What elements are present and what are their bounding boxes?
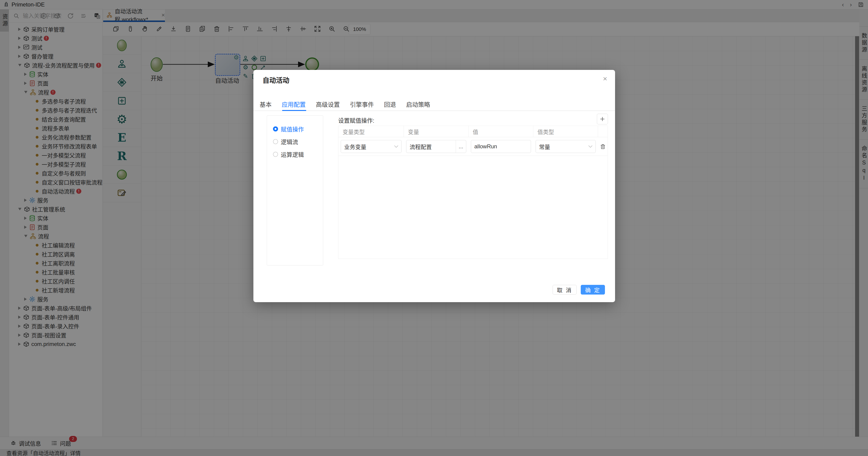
table-header: 值 xyxy=(469,126,533,137)
delete-row-icon[interactable] xyxy=(600,143,606,149)
dialog-tab[interactable]: 高级设置 xyxy=(316,100,340,108)
table-header xyxy=(598,126,608,137)
dialog-close-icon[interactable]: × xyxy=(603,75,607,82)
variable-input[interactable]: ... xyxy=(406,140,466,153)
auto-activity-dialog: 自动活动 × 基本应用配置高级设置引擎事件回退启动策略 赋值操作逻辑流运算逻辑 … xyxy=(253,70,615,302)
operation-option-label: 赋值操作 xyxy=(281,125,304,133)
operation-type-panel: 赋值操作逻辑流运算逻辑 xyxy=(267,115,323,265)
value-type-select[interactable] xyxy=(535,140,596,153)
dialog-title: 自动活动 xyxy=(262,75,289,85)
cancel-button[interactable]: 取 消 xyxy=(553,285,577,294)
dialog-tabs: 基本应用配置高级设置引擎事件回退启动策略 xyxy=(259,100,430,108)
operation-option[interactable]: 运算逻辑 xyxy=(273,148,323,161)
add-row-button[interactable] xyxy=(597,114,608,124)
section-label: 设置赋值操作: xyxy=(338,116,374,124)
radio-icon[interactable] xyxy=(273,139,278,144)
dialog-tab[interactable]: 应用配置 xyxy=(282,100,306,108)
radio-icon[interactable] xyxy=(273,126,278,132)
table-header: 变量 xyxy=(404,126,469,137)
value-input[interactable] xyxy=(471,140,531,153)
table-header: 变量类型 xyxy=(338,126,404,137)
ok-button[interactable]: 确 定 xyxy=(581,285,605,294)
dialog-tab-ink xyxy=(282,110,306,111)
operation-option[interactable]: 赋值操作 xyxy=(273,122,323,135)
dialog-tab-track xyxy=(253,111,615,111)
radio-icon[interactable] xyxy=(273,152,278,157)
table-row: ... xyxy=(338,137,608,156)
assignment-table: 变量类型变量值值类型... xyxy=(338,126,608,259)
dialog-tab[interactable]: 回退 xyxy=(384,100,396,108)
operation-option-label: 运算逻辑 xyxy=(281,150,304,159)
table-header: 值类型 xyxy=(533,126,598,137)
var-type-select[interactable] xyxy=(341,140,402,153)
dialog-tab[interactable]: 启动策略 xyxy=(406,100,430,108)
variable-picker-button[interactable]: ... xyxy=(456,140,466,153)
operation-option[interactable]: 逻辑流 xyxy=(273,135,323,148)
dialog-tab[interactable]: 引擎事件 xyxy=(350,100,374,108)
dialog-tab[interactable]: 基本 xyxy=(259,100,272,108)
operation-option-label: 逻辑流 xyxy=(281,138,298,146)
